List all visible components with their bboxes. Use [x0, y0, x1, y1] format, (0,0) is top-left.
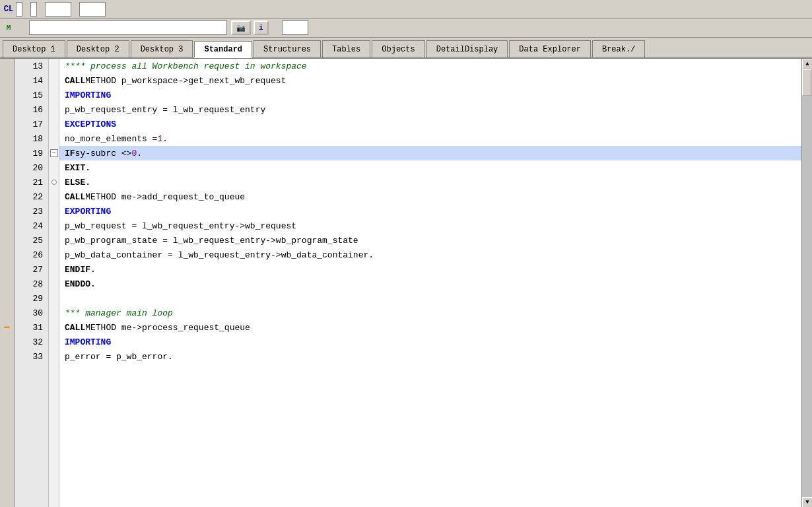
code-line-30: *** manager main loop: [59, 306, 801, 320]
scroll-thumb[interactable]: [802, 69, 811, 96]
code-line-25: p_wb_program_state = l_wb_request_entry-…: [59, 233, 801, 248]
collapse-cell-25: [49, 233, 59, 248]
collapse-cell-27: [49, 262, 59, 277]
collapse-cell-19: −: [49, 146, 59, 160]
arrow-cell-28: [0, 277, 15, 291]
arrow-cell-29: [0, 291, 15, 306]
collapse-cell-31: [49, 320, 59, 335]
tabs-bar: Desktop 1Desktop 2Desktop 3StandardStruc…: [0, 38, 812, 59]
line-num-21: 21: [15, 175, 48, 189]
arrow-cell-16: [0, 102, 15, 117]
line-num-28: 28: [15, 277, 48, 291]
collapse-cell-15: [49, 88, 59, 102]
info-btn[interactable]: i: [254, 20, 269, 35]
tab-objects[interactable]: Objects: [372, 40, 424, 57]
tab-tables[interactable]: Tables: [322, 40, 370, 57]
arrow-cell-19: [0, 146, 15, 160]
collapse-cell-24: [49, 219, 59, 233]
collapse-cell-20: [49, 160, 59, 175]
collapse-cell-17: [49, 117, 59, 131]
line-num-30: 30: [15, 306, 48, 320]
code-line-16: p_wb_request_entry = l_wb_request_entry: [59, 102, 801, 117]
code-line-27: ENDIF.: [59, 262, 801, 277]
code-line-21: ELSE.: [59, 175, 801, 189]
tab-detaildisplay[interactable]: DetailDisplay: [426, 40, 508, 57]
arrow-gutter: ➡: [0, 59, 15, 507]
collapse-cell-16: [49, 102, 59, 117]
line-num-18: 18: [15, 131, 48, 146]
code-line-18: no_more_elements = 1.: [59, 131, 801, 146]
editor-container: ➡ 13141516171819202122232425262728293031…: [0, 59, 812, 507]
code-line-31: CALL METHOD me->process_request_queue: [59, 320, 801, 335]
collapse-cell-23: [49, 204, 59, 219]
arrow-cell-23: [0, 204, 15, 219]
line-num-22: 22: [15, 189, 48, 204]
arrow-cell-20: [0, 160, 15, 175]
code-line-20: EXIT.: [59, 160, 801, 175]
line-num-19: 19: [15, 146, 48, 160]
code-line-14: CALL METHOD p_workspace->get_next_wb_req…: [59, 73, 801, 88]
code-line-19: IF sy-subrc <> 0.: [59, 146, 801, 160]
arrow-cell-21: [0, 175, 15, 189]
collapse-cell-26: [49, 248, 59, 262]
arrow-cell-31: ➡: [0, 320, 15, 335]
collapse-column: −: [49, 59, 59, 507]
tab-desktop-1[interactable]: Desktop 1: [3, 40, 65, 57]
tab-desktop-3[interactable]: Desktop 3: [131, 40, 193, 57]
collapse-cell-28: [49, 277, 59, 291]
screenshot-btn[interactable]: 📷: [231, 20, 251, 35]
line-num-25: 25: [15, 233, 48, 248]
code-line-26: p_wb_data_container = l_wb_request_entry…: [59, 248, 801, 262]
tab-data-explorer[interactable]: Data Explorer: [509, 40, 591, 57]
arrow-cell-30: [0, 306, 15, 320]
toolbar-row1: CL: [0, 0, 812, 18]
arrow-cell-18: [0, 131, 15, 146]
cl-wb-icon: CL: [3, 3, 15, 15]
arrow-cell-13: [0, 59, 15, 73]
tab-standard[interactable]: Standard: [194, 41, 252, 58]
code-line-13: **** process all Workbench request in wo…: [59, 59, 801, 73]
vertical-scrollbar[interactable]: ▲ ▼: [801, 59, 812, 507]
line-num-24: 24: [15, 219, 48, 233]
arrow-cell-17: [0, 117, 15, 131]
code-line-29: [59, 291, 801, 306]
arrow-cell-33: [0, 349, 15, 364]
collapse-cell-33: [49, 349, 59, 364]
arrow-cell-25: [0, 233, 15, 248]
arrow-cell-22: [0, 189, 15, 204]
arrow-cell-27: [0, 262, 15, 277]
toolbar: CL M 📷 i: [0, 0, 812, 38]
subrc-value[interactable]: [79, 2, 106, 17]
tab-desktop-2[interactable]: Desktop 2: [67, 40, 129, 57]
line-num-33: 33: [15, 349, 48, 364]
tab-structures[interactable]: Structures: [254, 40, 321, 57]
line-num-32: 32: [15, 335, 48, 349]
scroll-track[interactable]: [802, 69, 812, 497]
tabix-value[interactable]: [282, 20, 308, 35]
arrow-cell-15: [0, 88, 15, 102]
scroll-up-btn[interactable]: ▲: [802, 59, 812, 69]
method-path-segment[interactable]: [29, 20, 227, 35]
collapse-cell-32: [49, 335, 59, 349]
line-numbers: 1314151617181920212223242526272829303132…: [15, 59, 49, 507]
line-num-17: 17: [15, 117, 48, 131]
arrow-cell-14: [0, 73, 15, 88]
line-num-15: 15: [15, 88, 48, 102]
line-num-31: 31: [15, 320, 48, 335]
line-num-27: 27: [15, 262, 48, 277]
collapse-cell-13: [49, 59, 59, 73]
collapse-cell-22: [49, 189, 59, 204]
collapse-cell-30: [49, 306, 59, 320]
dot-indicator-21: [51, 180, 57, 185]
scroll-down-btn[interactable]: ▼: [802, 497, 812, 507]
line-number-display[interactable]: [45, 2, 71, 17]
collapse-cell-18: [49, 131, 59, 146]
line-num-29: 29: [15, 291, 48, 306]
class-segment2[interactable]: [30, 2, 37, 17]
collapse-btn-19[interactable]: −: [50, 149, 58, 157]
arrow-cell-24: [0, 219, 15, 233]
collapse-cell-29: [49, 291, 59, 306]
tab-break--[interactable]: Break./: [592, 40, 645, 57]
line-num-14: 14: [15, 73, 48, 88]
class-segment1[interactable]: [16, 2, 22, 17]
